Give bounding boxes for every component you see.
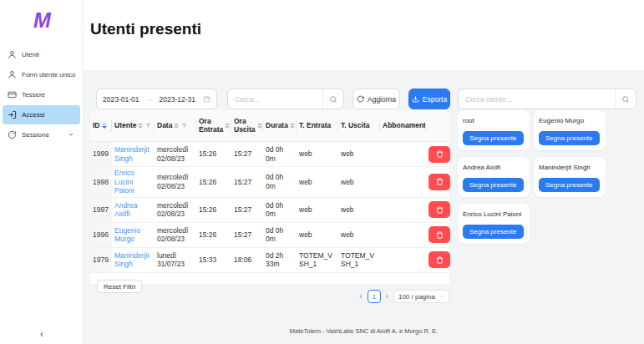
delete-row-button[interactable] xyxy=(428,226,450,243)
table-header-row: IDUtenteDataOra EntrataOra UscitaDurataT… xyxy=(90,110,449,142)
delete-row-button[interactable] xyxy=(428,174,450,190)
access-table-card: IDUtenteDataOra EntrataOra UscitaDurataT… xyxy=(90,110,449,284)
cell-ora-entrata: 15:33 xyxy=(196,248,231,273)
cell-t-uscita: web xyxy=(338,223,380,248)
search-icon[interactable] xyxy=(615,89,636,109)
column-header-durata[interactable]: Durata xyxy=(263,110,297,142)
column-label: Durata xyxy=(266,122,288,130)
cell-t-uscita: TOTEM_VSH_1 xyxy=(338,248,380,273)
cell-t-entrata: web xyxy=(297,167,338,198)
refresh-button[interactable]: Aggiorna xyxy=(352,89,400,109)
cell-t-entrata: web xyxy=(297,223,338,248)
column-header-ora-uscita[interactable]: Ora Uscita xyxy=(231,110,263,142)
cell-actions xyxy=(426,198,449,223)
page-title: Utenti presenti xyxy=(90,20,201,38)
sidebar-collapse-button[interactable]: ‹ xyxy=(0,329,84,339)
calendar-icon xyxy=(203,95,210,103)
date-start-value[interactable]: 2023-01-01 xyxy=(103,95,139,104)
delete-row-button[interactable] xyxy=(428,146,450,163)
column-header-t-uscita: T. Uscita xyxy=(338,110,380,142)
page-header: Utenti presenti xyxy=(84,0,644,71)
sidebar-item-label: Tessere xyxy=(22,91,45,99)
access-table: IDUtenteDataOra EntrataOra UscitaDurataT… xyxy=(90,110,449,273)
sidebar-item-form-utente-unico[interactable]: Form utente unico xyxy=(3,65,80,84)
presence-user-name: root xyxy=(463,117,525,124)
column-header-actions xyxy=(426,110,449,142)
sidebar-item-utenti[interactable]: Utenti xyxy=(3,45,80,64)
cell-t-uscita: web xyxy=(338,142,380,167)
presence-card: Eugenio MurgoSegna presente xyxy=(534,110,606,150)
export-button[interactable]: Esporta xyxy=(408,89,450,109)
mark-present-button[interactable]: Segna presente xyxy=(539,178,600,192)
date-range-picker[interactable]: 2023-01-01 → 2023-12-31 xyxy=(96,89,217,109)
mark-present-button[interactable]: Segna presente xyxy=(463,225,524,239)
cell-abbonamento xyxy=(380,248,426,273)
user-link[interactable]: Andrea Aiolfi xyxy=(114,201,137,219)
cell-ora-uscita: 15:27 xyxy=(231,167,263,198)
sidebar-menu: UtentiForm utente unicoTessereAccessiSes… xyxy=(0,45,83,145)
user-link[interactable]: Eugenio Murgo xyxy=(114,226,140,244)
table-row: 1998Enrico Lucini Paionimercoledì 02/08/… xyxy=(90,167,449,198)
mark-present-button[interactable]: Segna presente xyxy=(463,178,524,192)
user-search-input[interactable] xyxy=(459,95,615,104)
search-icon[interactable] xyxy=(322,89,343,109)
export-button-label: Esporta xyxy=(423,95,447,104)
column-header-utente[interactable]: Utente xyxy=(112,110,155,142)
pagination-page-1[interactable]: 1 xyxy=(368,290,381,303)
mark-present-button[interactable]: Segna presente xyxy=(539,131,600,145)
cell-t-entrata: web xyxy=(297,142,338,167)
user-link[interactable]: Maninderjit Singh xyxy=(114,251,150,269)
cell-abbonamento xyxy=(380,198,426,223)
table-row: 1996Eugenio Murgomercoledì 02/08/2315:26… xyxy=(90,223,449,248)
sort-carets-icon[interactable] xyxy=(257,123,262,129)
presence-card: rootSegna presente xyxy=(458,110,530,150)
collapse-chevron-icon: ‹ xyxy=(40,328,43,340)
column-header-data[interactable]: Data xyxy=(155,110,196,142)
table-row: 1997Andrea Aiolfimercoledì 02/08/2315:26… xyxy=(90,198,449,223)
sort-carets-icon[interactable] xyxy=(290,123,295,129)
sort-carets-icon[interactable] xyxy=(138,123,143,129)
trash-icon xyxy=(436,178,444,185)
trash-icon xyxy=(436,231,444,239)
cell-utente: Maninderjit Singh xyxy=(112,142,155,167)
sidebar-item-sessione[interactable]: Sessione xyxy=(3,125,80,144)
refresh-icon xyxy=(357,95,364,103)
presence-user-name: Enrico Lucini Paioni xyxy=(463,210,525,218)
column-header-ora-entrata[interactable]: Ora Entrata xyxy=(196,110,231,142)
cell-ora-entrata: 15:26 xyxy=(196,167,231,198)
sidebar-item-tessere[interactable]: Tessere xyxy=(3,85,80,104)
cell-data: mercoledì 02/08/23 xyxy=(155,142,196,167)
cell-data: mercoledì 02/08/23 xyxy=(155,167,196,198)
cell-id: 1998 xyxy=(90,167,112,198)
mark-present-button[interactable]: Segna presente xyxy=(463,131,524,145)
page-size-select[interactable]: 100 / pagina xyxy=(393,290,449,303)
page-size-value: 100 / pagina xyxy=(398,293,435,301)
sort-carets-icon[interactable] xyxy=(225,123,230,129)
cell-id: 1979 xyxy=(90,248,112,273)
pagination-prev-button[interactable]: ‹ xyxy=(359,292,362,301)
pagination-next-button[interactable]: › xyxy=(386,292,388,301)
filter-icon[interactable] xyxy=(181,123,187,129)
column-label: Ora Uscita xyxy=(234,118,256,134)
cell-durata: 0d 0h 0m xyxy=(263,198,297,223)
cell-id: 1996 xyxy=(90,223,112,248)
filter-icon[interactable] xyxy=(145,123,151,129)
presence-user-name: Eugenio Murgo xyxy=(539,117,601,124)
delete-row-button[interactable] xyxy=(428,201,450,218)
sidebar-item-accessi[interactable]: Accessi xyxy=(3,105,80,124)
column-header-id[interactable]: ID xyxy=(90,110,112,142)
sort-carets-icon[interactable] xyxy=(174,123,179,129)
trash-icon xyxy=(436,150,444,158)
footer-text: MateTotem - VashLabs SNC di Aiolfi A. e … xyxy=(84,327,644,335)
date-end-value[interactable]: 2023-12-31 xyxy=(159,95,195,104)
user-search xyxy=(458,89,636,109)
column-label: T. Entrata xyxy=(299,122,331,130)
table-search-input[interactable] xyxy=(228,95,322,104)
cell-data: mercoledì 02/08/23 xyxy=(155,223,196,248)
chevron-down-icon xyxy=(68,131,74,139)
sort-carets-icon[interactable] xyxy=(102,123,107,129)
user-link[interactable]: Enrico Lucini Paioni xyxy=(114,169,134,195)
cell-durata: 0d 2h 33m xyxy=(263,248,297,273)
user-link[interactable]: Maninderjit Singh xyxy=(114,145,150,163)
delete-row-button[interactable] xyxy=(428,251,450,268)
